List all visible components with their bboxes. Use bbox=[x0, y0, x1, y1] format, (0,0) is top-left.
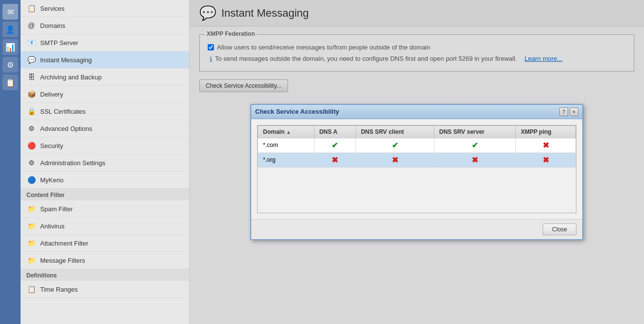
sidebar-item-time-ranges[interactable]: 📋 Time Ranges bbox=[21, 281, 189, 298]
check-mark-icon: ✔ bbox=[332, 141, 338, 150]
cross-mark-icon: ✖ bbox=[332, 156, 338, 164]
col-dns-a[interactable]: DNS A bbox=[314, 125, 356, 138]
content-filter-section-label: Content Filter bbox=[21, 189, 189, 200]
cell-dnsSrvServer: ✖ bbox=[434, 152, 516, 167]
check-mark-icon: ✔ bbox=[472, 141, 478, 150]
sidebar-item-domains[interactable]: @ Domains bbox=[21, 17, 189, 34]
modal-overlay: Check Service Accessibility ? × Domain ▲ bbox=[190, 0, 644, 324]
modal-titlebar: Check Service Accessibility ? × bbox=[251, 105, 582, 119]
sidebar-item-instant-messaging[interactable]: 💬 Instant Messaging bbox=[21, 51, 189, 69]
accessibility-table: Domain ▲ DNS A DNS SRV client bbox=[258, 125, 576, 168]
sidebar-item-smtp[interactable]: 📧 SMTP Server bbox=[21, 34, 189, 51]
notes-nav-icon[interactable]: 📋 bbox=[2, 75, 18, 90]
sidebar-item-security-label: Security bbox=[40, 142, 63, 150]
col-dns-srv-client[interactable]: DNS SRV client bbox=[356, 125, 434, 138]
cell-dnsA: ✖ bbox=[314, 152, 356, 167]
col-domain[interactable]: Domain ▲ bbox=[258, 125, 314, 138]
col-dns-srv-client-label: DNS SRV client bbox=[361, 128, 404, 135]
sidebar-item-antivirus-label: Antivirus bbox=[40, 223, 65, 230]
col-dns-srv-server-label: DNS SRV server bbox=[439, 128, 485, 135]
antivirus-icon: 📁 bbox=[26, 221, 36, 231]
mykerio-icon: 🔵 bbox=[26, 175, 36, 185]
sidebar-item-attachment-label: Attachment Filter bbox=[40, 240, 88, 247]
modal-close-x-button[interactable]: × bbox=[570, 107, 578, 116]
sidebar-item-security[interactable]: 🔴 Security bbox=[21, 137, 189, 154]
modal-help-button[interactable]: ? bbox=[559, 107, 568, 116]
col-dns-srv-server[interactable]: DNS SRV server bbox=[434, 125, 516, 138]
msg-filters-icon: 📁 bbox=[26, 255, 36, 265]
modal-body: Domain ▲ DNS A DNS SRV client bbox=[251, 119, 582, 219]
time-ranges-icon: 📋 bbox=[26, 284, 36, 294]
sidebar-item-antivirus[interactable]: 📁 Antivirus bbox=[21, 218, 189, 235]
sidebar-item-archiving[interactable]: 🗄 Archiving and Backup bbox=[21, 69, 189, 86]
cross-mark-icon: ✖ bbox=[543, 156, 549, 164]
check-service-modal: Check Service Accessibility ? × Domain ▲ bbox=[250, 104, 583, 240]
spam-icon: 📁 bbox=[26, 204, 36, 214]
services-icon: 📋 bbox=[26, 3, 36, 13]
table-row[interactable]: *.com✔✔✔✖ bbox=[258, 138, 576, 152]
col-xmpp-ping-label: XMPP ping bbox=[521, 128, 551, 135]
cross-mark-icon: ✖ bbox=[543, 141, 549, 150]
col-dns-a-label: DNS A bbox=[319, 128, 337, 135]
col-xmpp-ping[interactable]: XMPP ping bbox=[516, 125, 576, 138]
modal-title: Check Service Accessibility bbox=[255, 108, 339, 115]
main-content: 💬 Instant Messaging XMPP Federation Allo… bbox=[190, 0, 644, 324]
sidebar-item-advanced-label: Advanced Options bbox=[40, 125, 92, 132]
advanced-icon: ⚙ bbox=[26, 124, 36, 133]
sidebar-item-attachment-filter[interactable]: 📁 Attachment Filter bbox=[21, 235, 189, 252]
sidebar-item-delivery-label: Delivery bbox=[40, 91, 63, 98]
smtp-icon: 📧 bbox=[26, 38, 36, 48]
sidebar-item-im-label: Instant Messaging bbox=[40, 56, 92, 64]
table-scroll-area[interactable]: Domain ▲ DNS A DNS SRV client bbox=[257, 125, 576, 213]
contacts-nav-icon[interactable]: 👤 bbox=[2, 22, 18, 37]
cell-domain: *.org bbox=[258, 152, 314, 167]
delivery-icon: 📦 bbox=[26, 89, 36, 99]
security-icon: 🔴 bbox=[26, 141, 36, 150]
sidebar-item-admin-label: Administration Settings bbox=[40, 159, 105, 167]
sidebar-item-spam-filter[interactable]: 📁 Spam Filter bbox=[21, 200, 189, 218]
cross-mark-icon: ✖ bbox=[392, 156, 398, 164]
sort-arrow-icon: ▲ bbox=[286, 129, 291, 135]
cell-dnsSrvClient: ✖ bbox=[356, 152, 434, 167]
sidebar-item-msgfilters-label: Message Filters bbox=[40, 257, 85, 264]
col-domain-label: Domain bbox=[263, 128, 285, 135]
domains-icon: @ bbox=[26, 21, 36, 30]
sidebar-item-admin-settings[interactable]: ⚙ Administration Settings bbox=[21, 154, 189, 172]
sidebar-item-advanced[interactable]: ⚙ Advanced Options bbox=[21, 120, 189, 137]
sidebar-item-timeranges-label: Time Ranges bbox=[40, 286, 78, 293]
table-row[interactable]: *.org✖✖✖✖ bbox=[258, 152, 576, 167]
sidebar-item-domains-label: Domains bbox=[40, 22, 65, 29]
attachment-icon: 📁 bbox=[26, 238, 36, 248]
sidebar-item-delivery[interactable]: 📦 Delivery bbox=[21, 86, 189, 103]
ssl-icon: 🔒 bbox=[26, 106, 36, 116]
cell-dnsSrvServer: ✔ bbox=[434, 138, 516, 152]
cell-domain: *.com bbox=[258, 138, 314, 152]
mail-nav-icon[interactable]: ✉ bbox=[2, 4, 18, 20]
modal-title-buttons: ? × bbox=[559, 107, 578, 116]
settings-nav-icon[interactable]: ⚙ bbox=[2, 57, 18, 73]
sidebar-item-spam-label: Spam Filter bbox=[40, 205, 72, 213]
cell-xmppPing: ✖ bbox=[516, 152, 576, 167]
admin-icon: ⚙ bbox=[26, 158, 36, 168]
sidebar-item-ssl-label: SSL Certificates bbox=[40, 108, 86, 115]
sidebar-item-mykerio-label: MyKerio bbox=[40, 176, 64, 184]
check-mark-icon: ✔ bbox=[392, 141, 398, 150]
cell-xmppPing: ✖ bbox=[516, 138, 576, 152]
sidebar-item-services-label: Services bbox=[40, 5, 65, 12]
sidebar-item-smtp-label: SMTP Server bbox=[40, 39, 78, 47]
archiving-icon: 🗄 bbox=[26, 72, 36, 82]
cross-mark-icon: ✖ bbox=[472, 156, 478, 164]
sidebar-item-archiving-label: Archiving and Backup bbox=[40, 74, 102, 81]
stats-nav-icon[interactable]: 📊 bbox=[2, 39, 18, 55]
modal-close-button[interactable]: Close bbox=[543, 224, 576, 235]
sidebar-item-ssl[interactable]: 🔒 SSL Certificates bbox=[21, 103, 189, 120]
sidebar-item-mykerio[interactable]: 🔵 MyKerio bbox=[21, 172, 189, 189]
sidebar: 📋 Services @ Domains 📧 SMTP Server 💬 Ins… bbox=[21, 0, 190, 324]
definitions-section-label: Definitions bbox=[21, 269, 189, 281]
icon-bar: ✉ 👤 📊 ⚙ 📋 bbox=[0, 0, 21, 324]
sidebar-item-services[interactable]: 📋 Services bbox=[21, 0, 189, 17]
cell-dnsA: ✔ bbox=[314, 138, 356, 152]
sidebar-item-message-filters[interactable]: 📁 Message Filters bbox=[21, 252, 189, 269]
modal-footer: Close bbox=[251, 219, 582, 239]
cell-dnsSrvClient: ✔ bbox=[356, 138, 434, 152]
